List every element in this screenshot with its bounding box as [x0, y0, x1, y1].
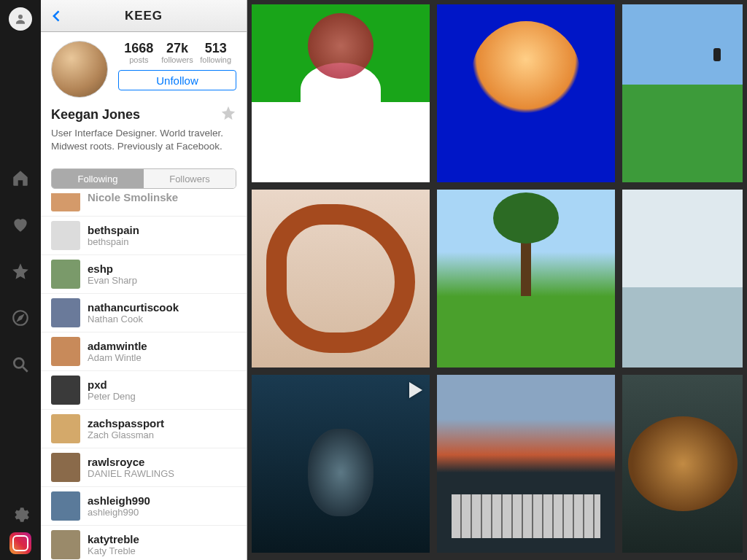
user-thumbnail: [51, 193, 80, 211]
display-name: Keegan Jones: [51, 107, 140, 122]
user-thumbnail: [51, 453, 80, 482]
segment-control: Following Followers: [51, 168, 236, 189]
list-displayname: ashleigh990: [88, 507, 150, 518]
list-item[interactable]: adamwintle Adam Wintle: [41, 332, 247, 371]
explore-icon[interactable]: [10, 308, 31, 328]
list-item[interactable]: katytreble Katy Treble: [41, 526, 247, 560]
play-icon: [409, 382, 422, 398]
stat-value: 1668: [120, 41, 158, 56]
stat-label: followers: [158, 55, 197, 64]
svg-point-3: [14, 358, 23, 368]
user-thumbnail: [51, 221, 80, 250]
user-thumbnail: [51, 491, 80, 521]
list-displayname: Evan Sharp: [88, 275, 137, 286]
back-button[interactable]: [47, 6, 67, 26]
instagram-app-icon[interactable]: [9, 532, 31, 554]
video-tile[interactable]: [252, 375, 430, 553]
unfollow-button[interactable]: Unfollow: [118, 70, 236, 90]
photo-tile[interactable]: [252, 4, 430, 182]
list-displayname: DANIEL RAWLINGS: [88, 468, 174, 479]
favorite-star-icon[interactable]: [220, 105, 236, 124]
chevron-left-icon: [50, 7, 64, 26]
photo-tile[interactable]: [437, 4, 615, 182]
list-displayname: Zach Glassman: [88, 429, 164, 440]
list-username: bethspain: [88, 224, 139, 236]
svg-point-0: [18, 15, 23, 19]
list-item[interactable]: eshp Evan Sharp: [41, 255, 247, 294]
list-username: pxd: [88, 378, 136, 391]
user-thumbnail: [51, 260, 80, 289]
list-username: rawlsroyce: [88, 456, 174, 468]
heart-icon[interactable]: [10, 214, 31, 235]
stats-row: 1668 posts 27k followers 513 following: [118, 41, 236, 64]
stat-value: 513: [196, 41, 235, 56]
home-icon[interactable]: [10, 168, 31, 188]
segment-followers[interactable]: Followers: [144, 169, 236, 188]
stat-followers[interactable]: 27k followers: [158, 41, 197, 64]
panel-title: KEEG: [125, 9, 163, 23]
photo-tile[interactable]: [437, 190, 615, 368]
list-item[interactable]: pxd Peter Deng: [41, 371, 247, 410]
user-icon: [14, 12, 27, 26]
list-username: eshp: [88, 262, 137, 275]
photo-grid: [247, 0, 747, 560]
bio-text: User Interface Designer. World traveler.…: [51, 127, 236, 152]
photo-tile[interactable]: [437, 375, 615, 553]
profile-panel: KEEG 1668 posts 27k followers 513 foll: [41, 0, 247, 560]
photo-tile[interactable]: [622, 4, 743, 182]
list-item[interactable]: nathancurtiscook Nathan Cook: [41, 294, 247, 332]
list-item[interactable]: zachspassport Zach Glassman: [41, 410, 247, 448]
list-item[interactable]: ashleigh990 ashleigh990: [41, 487, 247, 526]
stat-label: posts: [120, 55, 158, 64]
user-thumbnail: [51, 298, 80, 327]
photo-tile[interactable]: [622, 375, 743, 553]
list-username: adamwintle: [88, 340, 147, 352]
list-item[interactable]: Nicole Smolinske: [41, 193, 247, 217]
profile-section: 1668 posts 27k followers 513 following U…: [41, 32, 247, 160]
svg-marker-2: [18, 316, 23, 321]
stat-label: following: [196, 55, 235, 64]
nav-rail: [0, 0, 41, 560]
user-thumbnail: [51, 337, 80, 366]
user-thumbnail: [51, 414, 80, 443]
list-username: ashleigh990: [88, 494, 150, 507]
list-username: nathancurtiscook: [88, 301, 179, 314]
stat-value: 27k: [158, 41, 197, 56]
user-thumbnail: [51, 530, 80, 559]
account-avatar[interactable]: [9, 7, 32, 31]
gear-icon[interactable]: [10, 505, 31, 525]
list-displayname: Peter Deng: [88, 391, 136, 402]
photo-tile[interactable]: [252, 190, 430, 368]
user-thumbnail: [51, 376, 80, 405]
search-icon[interactable]: [10, 354, 31, 375]
list-item[interactable]: bethspain bethspain: [41, 217, 247, 255]
following-list: Nicole Smolinske bethspain bethspain esh…: [41, 193, 247, 560]
list-displayname: Adam Wintle: [88, 352, 147, 363]
star-icon[interactable]: [10, 261, 31, 281]
list-displayname: Nathan Cook: [88, 314, 179, 324]
photo-tile[interactable]: [622, 190, 743, 368]
stat-following[interactable]: 513 following: [196, 41, 235, 64]
profile-picture[interactable]: [51, 41, 108, 98]
list-item[interactable]: rawlsroyce DANIEL RAWLINGS: [41, 448, 247, 487]
list-displayname: Katy Treble: [88, 545, 139, 556]
svg-line-4: [23, 367, 28, 372]
segment-following[interactable]: Following: [52, 169, 144, 188]
list-username: katytreble: [88, 533, 139, 545]
panel-header: KEEG: [41, 0, 247, 32]
list-username: Nicole Smolinske: [88, 193, 178, 203]
stat-posts[interactable]: 1668 posts: [120, 41, 158, 64]
list-displayname: bethspain: [88, 236, 139, 247]
list-username: zachspassport: [88, 417, 164, 429]
